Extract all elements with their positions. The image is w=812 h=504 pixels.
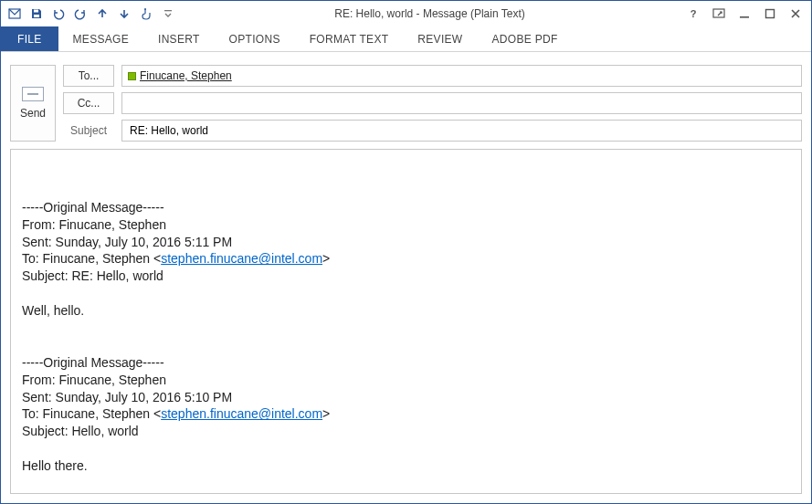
svg-rect-8	[766, 10, 775, 18]
help-icon[interactable]: ?	[681, 4, 705, 24]
email-link[interactable]: stephen.finucane@intel.com	[161, 406, 322, 421]
body-line: Well, hello.	[22, 303, 84, 318]
body-line: From: Finucane, Stephen	[22, 217, 166, 232]
email-link[interactable]: stephen.finucane@intel.com	[161, 251, 322, 266]
to-field[interactable]: Finucane, Stephen	[121, 65, 802, 87]
svg-rect-4	[164, 10, 172, 11]
to-recipient[interactable]: Finucane, Stephen	[140, 69, 232, 82]
message-body[interactable]: -----Original Message----- From: Finucan…	[10, 149, 802, 494]
title-bar: RE: Hello, world - Message (Plain Text) …	[1, 1, 811, 26]
svg-rect-2	[34, 15, 39, 17]
save-icon[interactable]	[26, 4, 47, 24]
compose-header: Send To... Finucane, Stephen Cc... Subje…	[1, 52, 811, 149]
tab-options[interactable]: OPTIONS	[215, 26, 295, 51]
tab-review[interactable]: REVIEW	[403, 26, 477, 51]
send-button[interactable]: Send	[10, 65, 56, 142]
subject-field[interactable]	[121, 120, 802, 142]
subject-input[interactable]	[128, 123, 796, 138]
minimize-icon[interactable]	[733, 4, 756, 24]
previous-item-icon[interactable]	[92, 4, 112, 24]
send-label: Send	[20, 107, 46, 120]
body-line: Sent: Sunday, July 10, 2016 5:11 PM	[22, 235, 232, 249]
quick-access-toolbar	[5, 4, 178, 24]
body-line: Sent: Sunday, July 10, 2016 5:10 PM	[22, 390, 232, 404]
body-line: To: Finucane, Stephen <stephen.finucane@…	[22, 251, 330, 266]
close-icon[interactable]	[784, 4, 807, 24]
svg-rect-7	[740, 16, 749, 18]
tab-format-text[interactable]: FORMAT TEXT	[295, 26, 404, 51]
qat-customize-icon[interactable]	[158, 4, 178, 24]
body-line: Hello there.	[22, 458, 88, 473]
window-controls: ?	[681, 4, 807, 24]
header-fields: To... Finucane, Stephen Cc... Subject	[63, 65, 802, 142]
next-item-icon[interactable]	[114, 4, 134, 24]
body-line: -----Original Message-----	[22, 200, 164, 215]
touch-mode-icon[interactable]	[136, 4, 156, 24]
body-line: Subject: RE: Hello, world	[22, 268, 163, 283]
tab-message[interactable]: MESSAGE	[58, 26, 143, 51]
cc-field[interactable]	[121, 92, 802, 114]
ribbon-tabs: FILE MESSAGE INSERT OPTIONS FORMAT TEXT …	[1, 26, 811, 52]
cc-row: Cc...	[63, 92, 802, 114]
send-icon	[22, 87, 44, 101]
cc-button[interactable]: Cc...	[63, 92, 114, 114]
tab-insert[interactable]: INSERT	[143, 26, 215, 51]
window-title: RE: Hello, world - Message (Plain Text)	[178, 7, 681, 20]
svg-point-3	[144, 8, 146, 10]
presence-available-icon	[128, 72, 136, 80]
cc-input[interactable]	[128, 96, 796, 110]
to-row: To... Finucane, Stephen	[63, 65, 802, 87]
subject-row: Subject	[63, 120, 802, 142]
subject-label: Subject	[63, 120, 114, 142]
ribbon-options-icon[interactable]	[707, 4, 731, 24]
tab-adobe-pdf[interactable]: ADOBE PDF	[477, 26, 572, 51]
window-icon	[5, 4, 25, 24]
body-line: -----Original Message-----	[22, 355, 164, 370]
to-button[interactable]: To...	[63, 65, 114, 87]
tab-file[interactable]: FILE	[1, 26, 58, 51]
redo-icon[interactable]	[70, 4, 90, 24]
undo-icon[interactable]	[48, 4, 69, 24]
svg-rect-6	[713, 9, 724, 17]
body-line: To: Finucane, Stephen <stephen.finucane@…	[22, 406, 330, 421]
svg-text:?: ?	[691, 8, 697, 19]
maximize-icon[interactable]	[758, 4, 782, 24]
body-line: From: Finucane, Stephen	[22, 373, 166, 387]
body-line: Subject: Hello, world	[22, 424, 139, 438]
svg-rect-1	[34, 10, 38, 13]
